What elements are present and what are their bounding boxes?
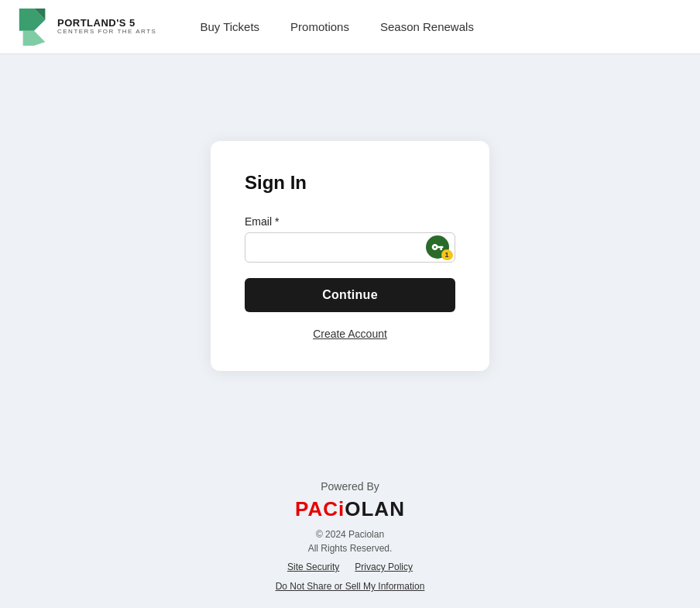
site-security-link[interactable]: Site Security: [287, 562, 339, 572]
powered-by-text: Powered By: [15, 480, 685, 493]
svg-marker-1: [23, 30, 46, 45]
site-footer: Powered By PACiOLAN © 2024 Paciolan All …: [0, 457, 700, 608]
continue-button[interactable]: Continue: [245, 278, 455, 312]
site-logo[interactable]: PORTLAND'S 5 CENTERS FOR THE ARTS: [19, 9, 156, 46]
nav-buy-tickets[interactable]: Buy Tickets: [187, 14, 272, 40]
footer-links: Site Security Privacy Policy: [15, 562, 685, 572]
email-input[interactable]: [245, 232, 455, 263]
copyright-text: © 2024 Paciolan: [15, 529, 685, 540]
sign-in-card: Sign In Email * 1 Continue Create: [211, 141, 489, 371]
required-marker: *: [275, 215, 279, 228]
email-input-wrapper: 1: [245, 232, 455, 263]
logo-subtitle: CENTERS FOR THE ARTS: [57, 29, 156, 36]
paciolan-pac: PAC: [295, 497, 338, 520]
email-label: Email *: [245, 215, 455, 228]
email-form-group: Email * 1: [245, 215, 455, 263]
privacy-policy-link[interactable]: Privacy Policy: [355, 562, 413, 572]
nav-season-renewals[interactable]: Season Renewals: [368, 14, 486, 40]
logo-title: PORTLAND'S 5: [57, 18, 156, 29]
paciolan-logo: PACiOLAN: [15, 497, 685, 521]
password-manager-button[interactable]: 1: [426, 235, 449, 259]
badge-count: 1: [443, 250, 453, 260]
main-content: Sign In Email * 1 Continue Create: [0, 54, 700, 457]
key-icon: [431, 241, 444, 253]
all-rights-text: All Rights Reserved.: [15, 543, 685, 554]
do-not-share-link[interactable]: Do Not Share or Sell My Information: [276, 581, 425, 592]
logo-text-block: PORTLAND'S 5 CENTERS FOR THE ARTS: [57, 18, 156, 36]
portland5-logo-icon: [19, 9, 50, 46]
site-header: PORTLAND'S 5 CENTERS FOR THE ARTS Buy Ti…: [0, 0, 700, 54]
create-account-link[interactable]: Create Account: [245, 328, 455, 340]
nav-promotions[interactable]: Promotions: [278, 14, 362, 40]
sign-in-title: Sign In: [245, 172, 455, 194]
paciolan-olan: OLAN: [345, 497, 405, 520]
main-nav: Buy Tickets Promotions Season Renewals: [187, 14, 486, 40]
key-badge-icon: 1: [426, 235, 449, 259]
